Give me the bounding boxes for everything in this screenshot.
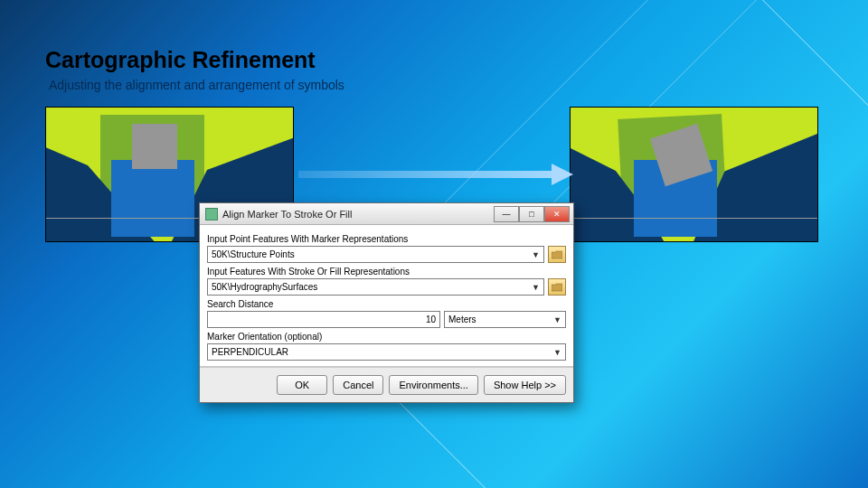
input-fill-field[interactable]: 50K\HydrographySurfaces ▼ [207,278,544,296]
dialog-title: Align Marker To Stroke Or Fill [222,209,494,220]
align-marker-dialog: Align Marker To Stroke Or Fill — □ ✕ Inp… [199,202,574,403]
label-search-distance: Search Distance [207,299,566,309]
search-distance-input[interactable]: 10 [207,311,440,328]
page-title: Cartographic Refinement [45,47,316,73]
input-fill-value: 50K\HydrographySurfaces [212,282,317,292]
dialog-titlebar[interactable]: Align Marker To Stroke Or Fill — □ ✕ [200,203,573,225]
map-after [570,107,818,242]
app-icon [205,208,218,221]
ok-button[interactable]: OK [277,375,327,395]
search-unit-value: Meters [448,314,476,324]
input-points-field[interactable]: 50K\Structure Points ▼ [207,246,544,263]
close-button[interactable]: ✕ [544,206,570,222]
chevron-down-icon: ▼ [532,250,540,259]
browse-fill-button[interactable] [548,278,566,296]
maximize-button[interactable]: □ [519,206,544,222]
search-unit-select[interactable]: Meters ▼ [444,311,566,328]
input-points-value: 50K\Structure Points [212,249,295,259]
minimize-button[interactable]: — [494,206,519,222]
search-distance-value: 10 [426,314,436,324]
show-help-button[interactable]: Show Help >> [484,375,566,395]
marker-before [132,124,177,169]
arrow-icon [298,167,570,182]
page-subtitle: Adjusting the alignment and arrangement … [49,78,344,92]
label-input-fill: Input Features With Stroke Or Fill Repre… [207,267,566,277]
environments-button[interactable]: Environments... [389,375,477,395]
label-marker-orientation: Marker Orientation (optional) [207,332,566,342]
marker-orientation-value: PERPENDICULAR [212,347,288,357]
label-input-points: Input Point Features With Marker Represe… [207,234,566,244]
chevron-down-icon: ▼ [553,348,561,357]
cancel-button[interactable]: Cancel [333,375,383,395]
browse-points-button[interactable] [548,246,566,263]
chevron-down-icon: ▼ [553,315,561,324]
chevron-down-icon: ▼ [532,283,540,292]
marker-orientation-select[interactable]: PERPENDICULAR ▼ [207,343,566,361]
